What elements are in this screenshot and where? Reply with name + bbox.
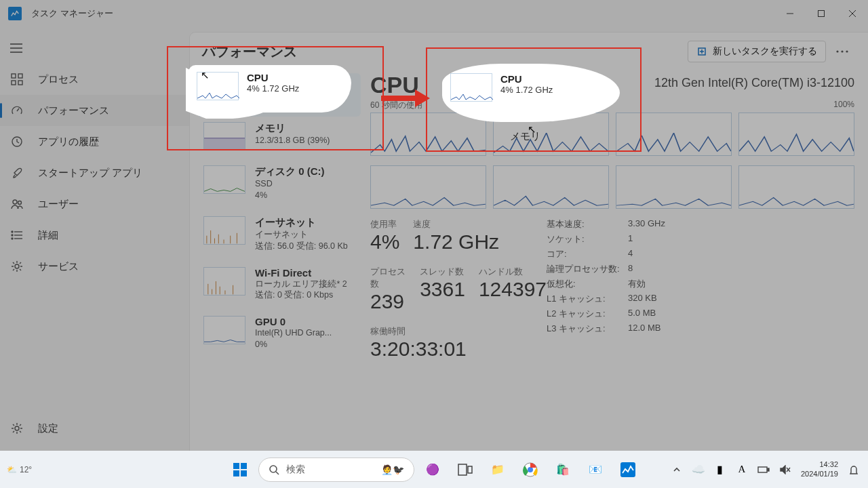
rocket-icon: [9, 165, 24, 180]
new-task-button[interactable]: 新しいタスクを実行する: [688, 41, 826, 62]
tray-app-icon[interactable]: ▮: [710, 455, 730, 484]
chrome-button[interactable]: [516, 455, 545, 484]
users-icon: [9, 197, 24, 211]
svg-point-22: [15, 426, 19, 430]
outlook-button[interactable]: 📧: [581, 455, 610, 484]
usage-label: 使用率: [370, 218, 399, 230]
ime-button[interactable]: A: [732, 455, 752, 484]
app-icon: [8, 7, 22, 20]
nav-label: 詳細: [38, 229, 58, 242]
nav-item-details[interactable]: 詳細: [0, 220, 190, 251]
nav-item-startup-apps[interactable]: スタートアップ アプリ: [0, 157, 190, 188]
cpu-chart-row-2: [370, 165, 854, 209]
page-title: パフォーマンス: [202, 43, 297, 61]
weather-widget[interactable]: ⛅ 12°: [7, 465, 32, 474]
perf-title: イーサネット: [255, 216, 348, 229]
tray-chevron-button[interactable]: [667, 455, 687, 484]
perf-sub: ローカル エリア接続* 2 送信: 0 受信: 0 Kbps: [255, 279, 347, 302]
spec-key: L1 キャッシュ:: [547, 293, 628, 305]
spec-value: 5.0 MB: [628, 308, 854, 320]
nav-item-users[interactable]: ユーザー: [0, 188, 190, 220]
hamburger-button[interactable]: [0, 33, 33, 64]
svg-rect-48: [241, 470, 247, 476]
cpu-chart: [370, 165, 486, 209]
svg-rect-52: [468, 466, 472, 473]
nav-item-processes[interactable]: プロセス: [0, 64, 190, 95]
perf-item-cpu[interactable]: CPU 4% 1.72 GHz: [197, 73, 361, 117]
svg-rect-46: [241, 463, 247, 469]
svg-point-28: [846, 50, 848, 52]
more-button[interactable]: [829, 40, 856, 63]
detail-title: CPU: [370, 72, 419, 98]
nav-item-performance[interactable]: パフォーマンス: [0, 95, 190, 126]
settings-icon: [9, 421, 24, 436]
usage-value: 4%: [370, 230, 399, 253]
perf-title: GPU 0: [255, 316, 332, 327]
spec-key: L3 キャッシュ:: [547, 323, 628, 335]
search-icon: [269, 464, 279, 475]
svg-rect-57: [768, 468, 769, 471]
svg-point-27: [841, 50, 843, 52]
close-button[interactable]: [837, 0, 868, 27]
store-button[interactable]: 🛍️: [549, 455, 577, 484]
svg-point-14: [18, 201, 22, 205]
perf-item-memory[interactable]: メモリ 12.3/31.8 GB (39%): [199, 117, 361, 160]
svg-rect-56: [758, 467, 767, 472]
svg-point-20: [12, 238, 13, 239]
perf-sub: 4% 1.72 GHz: [255, 90, 305, 102]
task-manager-button[interactable]: [614, 455, 642, 484]
disk-thumb: [203, 165, 245, 194]
cpu-thumb: [203, 79, 245, 107]
svg-point-19: [12, 235, 13, 236]
speed-value: 1.72 GHz: [413, 230, 499, 253]
clock[interactable]: 14:32 2024/01/19: [801, 460, 838, 478]
performance-list: CPU 4% 1.72 GHz メモリ 12.3/31.8 GB (39%) デ…: [190, 70, 366, 451]
file-explorer-button[interactable]: 📁: [484, 455, 512, 484]
nav-item-services[interactable]: サービス: [0, 251, 190, 282]
task-view-button[interactable]: [451, 455, 479, 484]
battery-icon[interactable]: [753, 455, 774, 484]
spec-value: 8: [628, 263, 854, 275]
svg-point-18: [12, 231, 13, 232]
perf-title: CPU: [255, 79, 305, 90]
svg-rect-7: [12, 74, 16, 78]
perf-item-ethernet[interactable]: イーサネット イーサネット 送信: 56.0 受信: 96.0 Kb: [199, 211, 361, 262]
nav-label: ユーザー: [38, 198, 79, 211]
perf-item-disk0[interactable]: ディスク 0 (C:) SSD 4%: [199, 160, 361, 211]
onedrive-tray-icon[interactable]: ☁️: [688, 455, 709, 484]
cpu-model: 12th Gen Intel(R) Core(TM) i3-12100: [654, 76, 854, 90]
perf-item-wifi-direct[interactable]: Wi-Fi Direct ローカル エリア接続* 2 送信: 0 受信: 0 K…: [199, 262, 361, 311]
svg-rect-10: [18, 81, 22, 85]
weather-icon: ⛅: [7, 465, 17, 474]
threads-value: 3361: [420, 278, 465, 301]
svg-point-54: [528, 467, 533, 472]
speedometer-icon: [9, 103, 24, 118]
search-box[interactable]: 検索 🧑‍💼🐦‍⬛: [258, 458, 414, 482]
nav-item-app-history[interactable]: アプリの履歴: [0, 126, 190, 157]
plus-icon: [696, 46, 707, 57]
weather-temp: 12°: [20, 465, 32, 474]
ethernet-thumb: [203, 216, 245, 245]
spec-value: 3.30 GHz: [628, 218, 854, 230]
svg-rect-45: [233, 463, 239, 469]
clock-time: 14:32: [801, 460, 838, 469]
spec-value: 1: [628, 233, 854, 245]
minimize-button[interactable]: [774, 0, 806, 27]
volume-mute-icon[interactable]: [775, 455, 795, 484]
nav-item-settings[interactable]: 設定: [0, 413, 190, 444]
taskbar[interactable]: ⛅ 12° 検索 🧑‍💼🐦‍⬛ 🟣 📁 🛍️ 📧 ☁️ ▮ A 14:32 20…: [0, 451, 868, 488]
copilot-button[interactable]: 🟣: [418, 455, 447, 484]
history-icon: [9, 134, 24, 149]
handles-value: 124397: [479, 278, 547, 301]
svg-point-13: [13, 200, 17, 204]
maximize-button[interactable]: [806, 0, 837, 27]
notification-button[interactable]: [844, 455, 864, 484]
wifi-thumb: [203, 267, 245, 296]
perf-item-gpu0[interactable]: GPU 0 Intel(R) UHD Grap... 0%: [199, 310, 361, 360]
spec-value: 12.0 MB: [628, 323, 854, 335]
start-button[interactable]: [226, 455, 254, 484]
side-nav: プロセス パフォーマンス アプリの履歴 スタートアップ アプリ ユーザー 詳細 …: [0, 33, 190, 451]
spec-key: 仮想化:: [547, 278, 628, 290]
cpu-chart: [738, 165, 854, 209]
gear-icon: [9, 259, 24, 274]
